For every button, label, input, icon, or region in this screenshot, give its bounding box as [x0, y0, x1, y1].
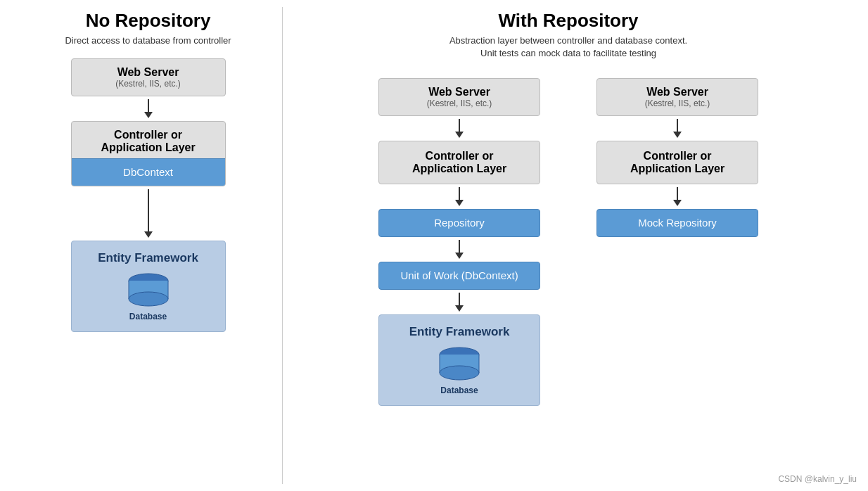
prod-ef-container: Entity Framework Database	[378, 314, 540, 406]
no-repo-subtitle: Direct access to database from controlle…	[65, 34, 231, 47]
prod-repository-box: Repository	[378, 209, 540, 237]
test-web-server-box: Web Server (Kestrel, IIS, etc.)	[596, 78, 758, 116]
test-controller-title: Controller orApplication Layer	[607, 150, 748, 175]
prod-repository-label: Repository	[434, 217, 485, 229]
prod-arrow-2	[455, 187, 464, 206]
with-repository-section: With Repository Abstraction layer betwee…	[283, 7, 854, 484]
svg-point-9	[440, 366, 479, 380]
arrow-line	[677, 119, 678, 132]
arrow-head	[455, 305, 464, 312]
prod-controller-box: Controller orApplication Layer	[378, 141, 540, 184]
no-repo-web-server-subtitle: (Kestrel, IIS, etc.)	[115, 79, 181, 89]
no-repository-section: No Repository Direct access to database …	[14, 7, 283, 484]
arrow-head-2	[144, 231, 153, 238]
arrow-1	[144, 99, 153, 118]
arrow-line	[148, 99, 149, 112]
arrow-line-long	[148, 189, 149, 231]
test-controller-box: Controller orApplication Layer	[596, 141, 758, 184]
with-repo-header: With Repository Abstraction layer betwee…	[449, 7, 687, 71]
test-mock-repo-label: Mock Repository	[638, 217, 717, 229]
no-repo-controller-title: Controller orApplication Layer	[82, 129, 215, 154]
svg-point-4	[129, 292, 168, 306]
no-repo-web-server-title: Web Server	[117, 66, 179, 79]
arrow-line	[459, 293, 460, 305]
watermark: CSDN @kalvin_y_liu	[778, 474, 857, 484]
prod-database-icon	[437, 346, 482, 383]
prod-db-label: Database	[440, 385, 478, 395]
arrow-head	[455, 200, 464, 206]
with-repo-subtitle-line1: Abstraction layer between controller and…	[449, 35, 687, 46]
prod-web-server-title: Web Server	[389, 86, 530, 98]
no-repo-controller-box: Controller orApplication Layer DbContext	[71, 121, 226, 186]
no-repo-dbcontext-label: DbContext	[123, 166, 173, 178]
no-repo-ef-container: Entity Framework Database	[71, 241, 226, 332]
arrow-long	[144, 189, 153, 238]
test-web-server-subtitle: (Kestrel, IIS, etc.)	[607, 98, 748, 108]
prod-arrow-4	[455, 293, 464, 312]
test-arrow-2	[673, 187, 682, 206]
prod-web-server-subtitle: (Kestrel, IIS, etc.)	[389, 98, 530, 108]
arrow-head	[144, 112, 153, 118]
prod-arrow-3	[455, 240, 464, 259]
prod-uow-box: Unit of Work (DbContext)	[378, 262, 540, 290]
arrow-head	[455, 253, 464, 259]
arrow-line	[459, 119, 460, 132]
no-repo-db-label: Database	[129, 312, 167, 321]
test-mock-repo-box: Mock Repository	[596, 209, 758, 237]
test-arrow-1	[673, 119, 682, 138]
database-icon	[126, 272, 171, 309]
arrow-line	[677, 187, 678, 200]
no-repo-db-icon-group: Database	[126, 272, 171, 321]
with-repo-title: With Repository	[498, 10, 638, 32]
no-repo-dbcontext-box: DbContext	[72, 158, 225, 186]
arrow-head	[673, 132, 682, 138]
no-repo-title: No Repository	[86, 10, 211, 32]
no-repo-web-server-box: Web Server (Kestrel, IIS, etc.)	[71, 58, 226, 96]
prod-uow-label: Unit of Work (DbContext)	[400, 269, 518, 281]
arrow-line	[459, 187, 460, 200]
prod-arrow-1	[455, 119, 464, 138]
prod-ef-label: Entity Framework	[409, 325, 510, 339]
arrow-head	[673, 200, 682, 206]
testing-column: Web Server (Kestrel, IIS, etc.) Controll…	[579, 78, 776, 406]
prod-controller-title: Controller orApplication Layer	[389, 150, 530, 175]
arrow-line	[459, 240, 460, 253]
arrow-head	[455, 132, 464, 138]
production-column: Web Server (Kestrel, IIS, etc.) Controll…	[361, 78, 558, 406]
test-web-server-title: Web Server	[607, 86, 748, 98]
with-repo-columns: Web Server (Kestrel, IIS, etc.) Controll…	[290, 78, 847, 406]
with-repo-subtitle: Abstraction layer between controller and…	[449, 34, 687, 60]
with-repo-subtitle-line2: Unit tests can mock data to facilitate t…	[480, 48, 656, 58]
no-repo-ef-label: Entity Framework	[98, 251, 198, 265]
prod-web-server-box: Web Server (Kestrel, IIS, etc.)	[378, 78, 540, 116]
